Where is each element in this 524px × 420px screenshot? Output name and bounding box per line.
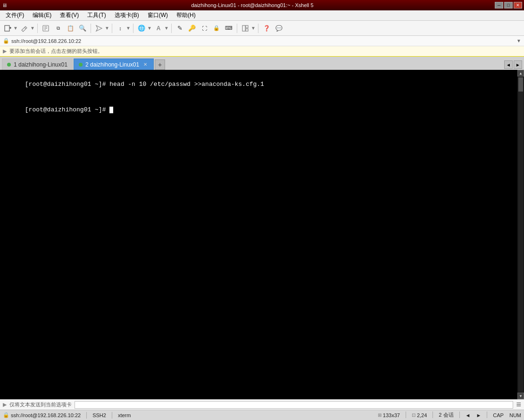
scrollbar-down[interactable]: ▼ [517, 393, 524, 399]
toolbar: ▼ ▼ ⧉ 📋 🔍 ▼ ↕ ▼ 🌐 ▼ A ▼ ✎ 🔑 ⛶ 🔒 ⌨ [0, 21, 524, 36]
globe-button[interactable]: 🌐 [136, 23, 147, 34]
bottom-term: xterm [118, 412, 131, 418]
properties-button[interactable] [40, 23, 51, 34]
address-dropdown-icon[interactable]: ▼ [516, 38, 521, 43]
font-button[interactable]: A [153, 23, 164, 34]
fullscreen-button[interactable]: ⛶ [199, 23, 210, 34]
sep1 [37, 24, 38, 33]
copy-button[interactable]: ⧉ [52, 23, 64, 34]
menu-tabs[interactable]: 选项卡(B) [111, 10, 143, 20]
scrollbar-up[interactable]: ▲ [517, 70, 524, 76]
bottom-sessions: 2 会话 [439, 412, 453, 419]
toolbar-globe-group: 🌐 ▼ [136, 23, 152, 34]
send-arrow[interactable]: ▼ [105, 23, 109, 34]
layout-button[interactable] [240, 23, 251, 34]
bottom-size-icon: ⊞ [378, 412, 382, 418]
scrollbar-thumb[interactable] [518, 77, 523, 92]
bottom-position: ⊡ 2,24 [412, 412, 427, 419]
terminal-content[interactable]: [root@daizhihong01 ~]# head -n 10 /etc/p… [0, 70, 524, 399]
menu-bar: 文件(F) 编辑(E) 查看(V) 工具(T) 选项卡(B) 窗口(W) 帮助(… [0, 10, 524, 21]
bottom-position-text: 2,24 [417, 412, 427, 418]
tab-2-close[interactable]: ✕ [142, 61, 149, 67]
menu-help[interactable]: 帮助(H) [173, 10, 200, 20]
bottom-num: NUM [509, 412, 521, 419]
layout-arrow[interactable]: ▼ [251, 23, 256, 34]
bottom-sep1 [86, 412, 87, 419]
title-bar-text: daizhihong-Linux01 - root@daizhihong01:~… [10, 2, 495, 8]
menu-window[interactable]: 窗口(W) [144, 10, 172, 20]
bottom-sep6 [487, 412, 487, 418]
toolbar-layout-group: ▼ [240, 23, 256, 34]
open-button[interactable]: ▼ [13, 23, 18, 34]
lock-button[interactable]: 🔒 [211, 23, 222, 34]
bottom-cap: CAP [493, 412, 504, 419]
status-send-button[interactable]: ≡ [516, 400, 521, 410]
menu-edit[interactable]: 编辑(E) [29, 10, 55, 20]
bottom-nav-right[interactable]: ► [476, 412, 481, 419]
tab-bar: 1 daizhihong-Linux01 2 daizhihong-Linux0… [0, 57, 524, 70]
key-button[interactable]: 🔑 [186, 23, 198, 34]
bottom-lock-icon: 🔒 [3, 412, 9, 418]
font-arrow[interactable]: ▼ [164, 23, 169, 34]
keyboard-button[interactable]: ⌨ [223, 23, 234, 34]
chat-button[interactable]: 💬 [273, 23, 284, 34]
hint-text: 要添加当前会话，点击左侧的箭头按钮。 [9, 48, 103, 55]
xftp-arrow[interactable]: ▼ [126, 23, 131, 34]
bottom-nav-left[interactable]: ◄ [466, 412, 471, 419]
tab-1-indicator [7, 63, 11, 67]
sep4 [133, 24, 133, 33]
bottom-nav-right-icon: ► [476, 412, 481, 418]
bottom-sep2 [112, 412, 112, 419]
title-bar-controls: ─ □ ✕ [495, 2, 522, 8]
status-input-icon: ▶ [3, 402, 7, 408]
new-button[interactable] [2, 23, 13, 34]
bottom-sessions-text: 2 会话 [439, 412, 453, 419]
address-lock-icon: 🔒 [3, 38, 9, 44]
bottom-bar: 🔒 ssh://root@192.168.226.10:22 SSH2 xter… [0, 410, 524, 420]
terminal-cursor [109, 107, 113, 113]
toolbar-edit-group: ▼ [19, 23, 35, 34]
menu-view[interactable]: 查看(V) [56, 10, 83, 20]
bottom-pos-icon: ⊡ [412, 412, 416, 418]
bottom-sep3 [406, 412, 406, 418]
tab-2-indicator [79, 63, 83, 67]
tab-add-button[interactable]: + [155, 59, 165, 70]
bottom-address-text: ssh://root@192.168.226.10:22 [11, 412, 81, 418]
sep6 [237, 24, 237, 33]
address-bar: 🔒 ssh://root@192.168.226.10:22 ▼ [0, 36, 524, 46]
edit-button[interactable] [19, 23, 30, 34]
scrollbar-track[interactable] [518, 77, 523, 392]
status-input-area: ▶ 仅将文本发送到当前选项卡 ≡ [0, 399, 524, 410]
bottom-nav-left-icon: ◄ [466, 412, 471, 418]
globe-arrow[interactable]: ▼ [147, 23, 152, 34]
status-input-field[interactable] [75, 401, 513, 409]
svg-marker-8 [96, 25, 102, 31]
help-button[interactable]: ❓ [261, 23, 272, 34]
xftp-button[interactable]: ↕ [115, 23, 126, 34]
bottom-ssh-text: SSH2 [92, 412, 106, 418]
toolbar-xftp-group: ↕ ▼ [115, 23, 131, 34]
search-button[interactable]: 🔍 [77, 23, 88, 34]
tab-1[interactable]: 1 daizhihong-Linux01 [2, 59, 73, 70]
terminal-container[interactable]: [root@daizhihong01 ~]# head -n 10 /etc/p… [0, 70, 524, 399]
menu-tools[interactable]: 工具(T) [83, 10, 109, 20]
sep5 [171, 24, 172, 33]
bottom-right: ⊞ 133x37 ⊡ 2,24 2 会话 ◄ ► CAP NUM [378, 412, 521, 419]
maximize-button[interactable]: □ [504, 2, 513, 8]
sep2 [91, 24, 91, 33]
edit-arrow[interactable]: ▼ [30, 23, 35, 34]
compose-button[interactable]: ✎ [174, 23, 185, 34]
svg-rect-0 [5, 25, 9, 31]
send-button[interactable] [93, 23, 105, 34]
paste-button[interactable]: 📋 [65, 23, 76, 34]
menu-file[interactable]: 文件(F) [2, 10, 28, 20]
bottom-size-text: 133x37 [383, 412, 400, 418]
close-button[interactable]: ✕ [514, 2, 522, 8]
toolbar-font-group: A ▼ [153, 23, 169, 34]
tab-2[interactable]: 2 daizhihong-Linux01 ✕ [74, 59, 154, 70]
tab-nav-right[interactable]: ► [514, 60, 522, 69]
bottom-sep4 [433, 412, 433, 418]
minimize-button[interactable]: ─ [495, 2, 503, 8]
terminal-prompt-1: [root@daizhihong01 ~]# head -n 10 /etc/p… [25, 81, 264, 88]
tab-nav-left[interactable]: ◄ [504, 60, 513, 69]
